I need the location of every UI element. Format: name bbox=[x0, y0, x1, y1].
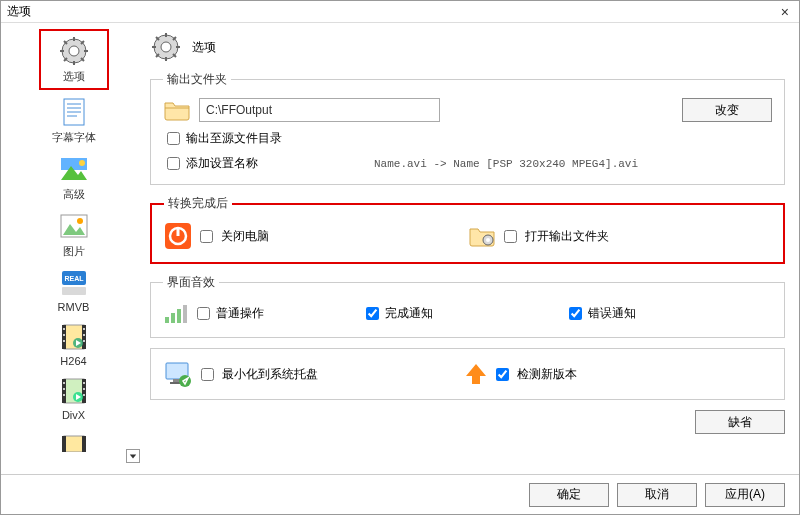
svg-point-20 bbox=[83, 334, 85, 336]
output-path-input[interactable] bbox=[199, 98, 440, 122]
sidebar-item-advanced[interactable]: 高级 bbox=[39, 151, 109, 204]
sidebar-item-label: H264 bbox=[60, 355, 86, 367]
folder-icon bbox=[163, 98, 191, 122]
ui-sound-group: 界面音效 普通操作 完成通知 错误通知 bbox=[150, 274, 785, 338]
check-update-checkbox[interactable] bbox=[496, 368, 509, 381]
svg-point-28 bbox=[63, 388, 65, 390]
svg-point-27 bbox=[63, 382, 65, 384]
svg-point-45 bbox=[486, 238, 490, 242]
output-folder-legend: 输出文件夹 bbox=[163, 71, 231, 88]
svg-point-29 bbox=[63, 394, 65, 396]
gear-icon bbox=[58, 35, 90, 67]
document-icon bbox=[58, 96, 90, 128]
svg-point-16 bbox=[63, 328, 65, 330]
open-output-folder-label: 打开输出文件夹 bbox=[525, 228, 609, 245]
sidebar-item-subtitle-font[interactable]: 字幕字体 bbox=[39, 94, 109, 147]
svg-point-19 bbox=[83, 328, 85, 330]
sound-normal-checkbox[interactable] bbox=[197, 307, 210, 320]
sidebar-item-divx[interactable]: DivX bbox=[39, 373, 109, 423]
output-to-source-checkbox[interactable] bbox=[167, 132, 180, 145]
sound-error-label: 错误通知 bbox=[588, 305, 636, 322]
svg-rect-12 bbox=[62, 287, 86, 295]
landscape-icon bbox=[58, 153, 90, 185]
svg-point-32 bbox=[83, 394, 85, 396]
film-icon bbox=[58, 321, 90, 353]
svg-rect-43 bbox=[177, 227, 180, 236]
sound-complete-checkbox[interactable] bbox=[366, 307, 379, 320]
svg-rect-47 bbox=[171, 313, 175, 323]
power-icon bbox=[164, 222, 192, 250]
content-panel: 选项 输出文件夹 改变 输出至源文件目录 添加设置名称 Name.avi -> … bbox=[146, 23, 799, 471]
apply-button[interactable]: 应用(A) bbox=[705, 483, 785, 507]
ok-button[interactable]: 确定 bbox=[529, 483, 609, 507]
append-setting-label: 添加设置名称 bbox=[186, 155, 258, 172]
sidebar-item-h264[interactable]: H264 bbox=[39, 319, 109, 369]
open-output-folder-checkbox[interactable] bbox=[504, 230, 517, 243]
dialog-footer: 确定 取消 应用(A) bbox=[1, 474, 799, 514]
film-green-icon bbox=[58, 375, 90, 407]
svg-point-30 bbox=[83, 382, 85, 384]
minimize-tray-label: 最小化到系统托盘 bbox=[222, 366, 318, 383]
real-media-icon: REAL bbox=[58, 267, 90, 299]
misc-group: 最小化到系统托盘 检测新版本 bbox=[150, 348, 785, 400]
sidebar-item-rmvb[interactable]: REAL RMVB bbox=[39, 265, 109, 315]
svg-point-40 bbox=[161, 42, 171, 52]
svg-marker-55 bbox=[466, 364, 486, 384]
sidebar-item-image[interactable]: 图片 bbox=[39, 208, 109, 261]
svg-rect-35 bbox=[64, 436, 84, 452]
sidebar-item-label: DivX bbox=[62, 409, 85, 421]
svg-rect-48 bbox=[177, 309, 181, 323]
svg-point-17 bbox=[63, 334, 65, 336]
sidebar-item-label: 高级 bbox=[63, 187, 85, 202]
shutdown-checkbox[interactable] bbox=[200, 230, 213, 243]
sound-error-checkbox[interactable] bbox=[569, 307, 582, 320]
check-update-label: 检测新版本 bbox=[517, 366, 577, 383]
sidebar-item-label: RMVB bbox=[58, 301, 90, 313]
svg-point-18 bbox=[63, 340, 65, 342]
update-arrow-icon bbox=[464, 362, 488, 386]
gear-header-icon bbox=[150, 31, 182, 63]
tray-monitor-icon bbox=[163, 359, 193, 389]
ui-sound-legend: 界面音效 bbox=[163, 274, 219, 291]
svg-point-6 bbox=[79, 160, 85, 166]
image-icon bbox=[58, 210, 90, 242]
append-example: Name.avi -> Name [PSP 320x240 MPEG4].avi bbox=[374, 158, 638, 170]
append-setting-checkbox[interactable] bbox=[167, 157, 180, 170]
sidebar-item-label: 字幕字体 bbox=[52, 130, 96, 145]
film-partial-icon bbox=[58, 427, 90, 459]
sidebar-item-options[interactable]: 选项 bbox=[39, 29, 109, 90]
svg-rect-36 bbox=[62, 436, 66, 452]
svg-text:REAL: REAL bbox=[64, 275, 84, 282]
cancel-button[interactable]: 取消 bbox=[617, 483, 697, 507]
svg-rect-46 bbox=[165, 317, 169, 323]
sound-bars-icon bbox=[163, 301, 191, 325]
shutdown-label: 关闭电脑 bbox=[221, 228, 269, 245]
output-folder-group: 输出文件夹 改变 输出至源文件目录 添加设置名称 Name.avi -> Nam… bbox=[150, 71, 785, 185]
main-area: 选项 字幕字体 高级 图片 REAL RMVB bbox=[1, 23, 799, 471]
svg-point-9 bbox=[77, 218, 83, 224]
close-icon[interactable]: × bbox=[777, 4, 793, 20]
after-conversion-group: 转换完成后 关闭电脑 打开输出文件夹 bbox=[150, 195, 785, 264]
content-title: 选项 bbox=[192, 39, 216, 56]
sidebar-item-label: 图片 bbox=[63, 244, 85, 259]
content-header: 选项 bbox=[150, 31, 785, 63]
open-folder-icon bbox=[468, 224, 496, 248]
svg-point-31 bbox=[83, 388, 85, 390]
svg-rect-49 bbox=[183, 305, 187, 323]
sidebar-item-label: 选项 bbox=[63, 69, 85, 84]
change-folder-button[interactable]: 改变 bbox=[682, 98, 772, 122]
after-conversion-legend: 转换完成后 bbox=[164, 195, 232, 212]
svg-marker-38 bbox=[130, 454, 136, 458]
window-title: 选项 bbox=[7, 3, 777, 20]
svg-point-21 bbox=[83, 340, 85, 342]
svg-point-1 bbox=[69, 46, 79, 56]
sound-normal-label: 普通操作 bbox=[216, 305, 264, 322]
titlebar: 选项 × bbox=[1, 1, 799, 23]
defaults-button[interactable]: 缺省 bbox=[695, 410, 785, 434]
scroll-down-button[interactable] bbox=[126, 449, 140, 463]
minimize-tray-checkbox[interactable] bbox=[201, 368, 214, 381]
svg-rect-37 bbox=[82, 436, 86, 452]
sidebar-item-more[interactable] bbox=[39, 425, 109, 461]
output-to-source-label: 输出至源文件目录 bbox=[186, 130, 282, 147]
sound-complete-label: 完成通知 bbox=[385, 305, 433, 322]
